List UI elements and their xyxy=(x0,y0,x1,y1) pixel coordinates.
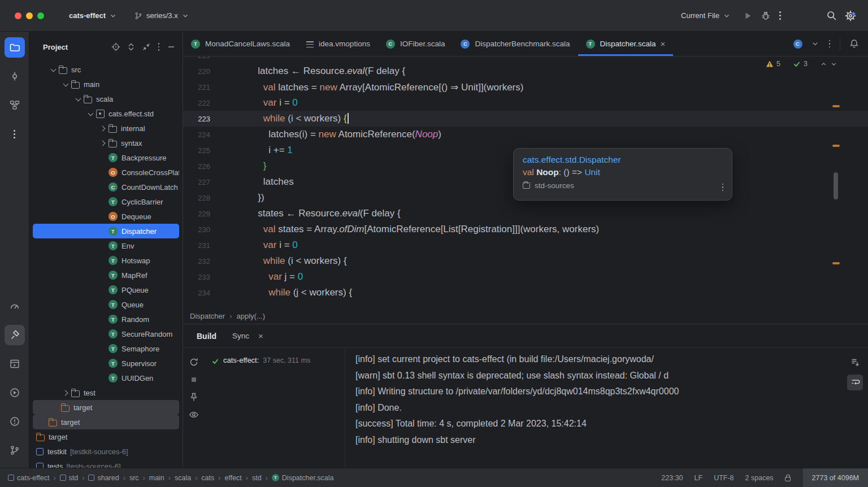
pin-button[interactable] xyxy=(189,392,199,402)
tree-item-securerandom[interactable]: TSecureRandom xyxy=(33,327,179,341)
project-title[interactable]: Project xyxy=(43,43,68,51)
more-actions-button[interactable] xyxy=(778,10,782,21)
status-breadcrumb-std[interactable]: std xyxy=(60,474,79,482)
tree-item-hotswap[interactable]: THotswap xyxy=(33,253,179,268)
tree-item-src[interactable]: src xyxy=(33,62,179,77)
status-breadcrumb-effect[interactable]: effect xyxy=(224,474,241,482)
more-toolwindows-button[interactable] xyxy=(5,124,25,144)
locate-file-button[interactable] xyxy=(111,42,120,51)
editor-scrollbar[interactable] xyxy=(834,172,838,199)
status-breadcrumb-shared[interactable]: shared xyxy=(88,474,119,482)
profiler-toolwindow-button[interactable] xyxy=(5,296,25,316)
code-line[interactable]: 221 val latches = new Array[AtomicRefere… xyxy=(183,79,868,95)
version-control-toolwindow-button[interactable] xyxy=(5,440,25,460)
resync-button[interactable] xyxy=(189,357,199,367)
tree-item-internal[interactable]: internal xyxy=(33,121,179,136)
tree-item-mapref[interactable]: TMapRef xyxy=(33,268,179,282)
tree-item-queue[interactable]: TQueue xyxy=(33,297,179,312)
status-breadcrumb-main[interactable]: main xyxy=(149,474,164,482)
code-line[interactable]: 234 while (j < workers) { xyxy=(183,285,868,301)
project-toolwindow-button[interactable] xyxy=(5,37,25,58)
status-breadcrumb-std[interactable]: std xyxy=(252,474,262,482)
tree-item-target[interactable]: target xyxy=(33,429,179,444)
status-breadcrumb-src[interactable]: src xyxy=(129,474,139,482)
tree-item-target[interactable]: target xyxy=(33,400,179,415)
tree-item-target[interactable]: target xyxy=(33,415,179,429)
code-line[interactable]: 231 var i = 0 xyxy=(183,237,868,253)
chevron-down-icon[interactable] xyxy=(61,80,71,89)
tree-item-env[interactable]: TEnv xyxy=(33,238,179,253)
tree-item-semaphore[interactable]: TSemaphore xyxy=(33,341,179,356)
breadcrumb-dispatcher[interactable]: Dispatcher xyxy=(190,312,225,320)
project-selector[interactable]: cats-effect xyxy=(64,8,121,23)
minimize-window-button[interactable] xyxy=(26,12,33,19)
line-number[interactable]: 219 xyxy=(183,56,242,60)
hide-toolwindow-button[interactable] xyxy=(167,42,176,51)
tree-item-supervisor[interactable]: TSupervisor xyxy=(33,356,179,371)
line-number[interactable]: 228 xyxy=(183,194,242,202)
tree-item-uuidgen[interactable]: TUUIDGen xyxy=(33,371,179,385)
editor-tab-idea-vmoptions[interactable]: idea.vmoptions xyxy=(298,32,378,56)
chevron-down-icon[interactable] xyxy=(73,94,84,103)
tree-item-backpressure[interactable]: TBackpressure xyxy=(33,150,179,165)
tree-item-pqueue[interactable]: TPQueue xyxy=(33,282,179,297)
run-configuration-selector[interactable]: Current File xyxy=(676,8,735,23)
close-icon[interactable]: × xyxy=(258,331,263,341)
tree-item-consolecrossplatform[interactable]: OConsoleCrossPlatform xyxy=(33,165,179,180)
line-number[interactable]: 226 xyxy=(183,162,242,171)
status-breadcrumb-cats[interactable]: cats xyxy=(201,474,214,482)
soft-wrap-button[interactable] xyxy=(847,375,863,390)
preview-button[interactable] xyxy=(189,410,199,420)
services-toolwindow-button[interactable] xyxy=(5,354,25,374)
status-breadcrumb-dispatcher-scala[interactable]: TDispatcher.scala xyxy=(272,474,334,482)
tree-item-dequeue[interactable]: ODequeue xyxy=(33,209,179,224)
build-task-row[interactable]: cats-effect: 37 sec, 311 ms xyxy=(205,348,345,468)
line-number[interactable]: 222 xyxy=(183,99,242,107)
scala-file-icon[interactable]: C xyxy=(793,40,802,49)
error-stripe-mark[interactable] xyxy=(832,105,840,107)
build-tab-sync[interactable]: Sync × xyxy=(232,331,263,341)
code-line[interactable]: 223 while (i < workers) { xyxy=(183,111,868,127)
encoding-widget[interactable]: UTF-8 xyxy=(714,474,734,482)
hidden-tabs-button[interactable] xyxy=(811,40,819,48)
notifications-button[interactable] xyxy=(849,38,860,49)
collapse-all-button[interactable] xyxy=(142,42,151,51)
editor-tab-dispatcher-scala[interactable]: TDispatcher.scala× xyxy=(578,32,674,56)
tree-item-countdownlatch[interactable]: CCountDownLatch xyxy=(33,180,179,194)
code-line[interactable]: 229 states ← Resource.eval(F delay { xyxy=(183,206,868,221)
build-toolwindow-button[interactable] xyxy=(5,325,25,345)
search-everywhere-button[interactable] xyxy=(826,10,837,21)
line-number[interactable]: 231 xyxy=(183,241,242,250)
commit-toolwindow-button[interactable] xyxy=(5,66,25,86)
code-line[interactable]: 222 var i = 0 xyxy=(183,95,868,111)
line-number[interactable]: 225 xyxy=(183,146,242,155)
editor-tab-monadcancellaws-scala[interactable]: TMonadCancelLaws.scala xyxy=(183,32,298,56)
line-number[interactable]: 221 xyxy=(183,83,242,92)
tree-item-test[interactable]: test xyxy=(33,385,179,400)
code-line[interactable]: 224 latches(i) = new AtomicReference(Noo… xyxy=(183,127,868,142)
tree-item-dispatcher[interactable]: TDispatcher xyxy=(33,224,179,238)
error-stripe-mark[interactable] xyxy=(832,145,840,147)
zoom-window-button[interactable] xyxy=(37,12,44,19)
status-breadcrumb-cats-effect[interactable]: cats-effect xyxy=(8,474,49,482)
line-number[interactable]: 227 xyxy=(183,178,242,186)
debug-button[interactable] xyxy=(760,10,771,21)
project-options-button[interactable] xyxy=(157,42,161,52)
status-breadcrumb-scala[interactable]: scala xyxy=(175,474,191,482)
tree-item-tests[interactable]: tests[tests-sources-6] xyxy=(33,459,179,468)
close-icon[interactable]: × xyxy=(661,39,666,49)
editor-tab-dispatcherbenchmark-scala[interactable]: CDispatcherBenchmark.scala xyxy=(453,32,578,56)
line-number[interactable]: 229 xyxy=(183,210,242,218)
branch-selector[interactable]: series/3.x xyxy=(129,8,194,24)
inspections-widget[interactable]: 5 3 xyxy=(766,60,837,68)
build-console[interactable]: [info] set current project to cats-effec… xyxy=(345,348,842,468)
tree-item-main[interactable]: main xyxy=(33,77,179,92)
code-line[interactable]: 230 val states = Array.ofDim[AtomicRefer… xyxy=(183,221,868,237)
settings-button[interactable] xyxy=(844,10,857,22)
code-editor[interactable]: 219220 latches ← Resource.eval(F delay {… xyxy=(183,56,868,308)
memory-indicator[interactable]: 2773 of 4096M xyxy=(803,468,868,487)
stop-button[interactable] xyxy=(189,375,199,385)
editor-options-button[interactable] xyxy=(828,39,832,49)
expand-all-button[interactable] xyxy=(127,42,136,51)
indent-widget[interactable]: 2 spaces xyxy=(745,474,774,482)
